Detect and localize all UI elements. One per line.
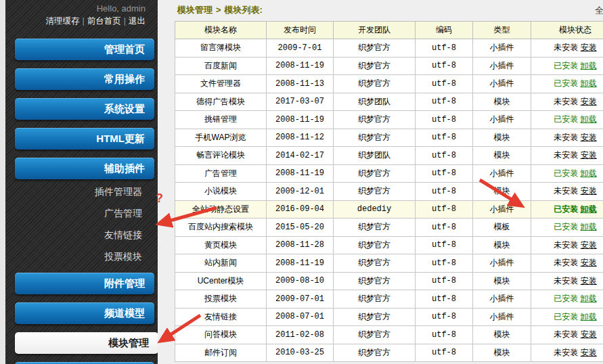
module-table-body: 留言簿模块2009-7-01织梦官方utf-8小插件未安装 安装百度新闻2008…: [175, 39, 603, 362]
release-date: 2008-11-28: [267, 236, 334, 254]
uninstall-link[interactable]: 卸载: [581, 114, 597, 124]
dev-team: 织梦官方: [334, 164, 416, 183]
uninstall-link[interactable]: 卸载: [581, 78, 597, 88]
release-date: 2009-07-01: [267, 290, 334, 309]
install-link[interactable]: 安装: [581, 133, 597, 142]
module-name: 挑错管理: [175, 111, 267, 129]
module-status: 已安装 卸载: [531, 308, 603, 326]
column-header: 编码: [416, 22, 473, 39]
dev-team: 织梦官方: [334, 290, 416, 309]
table-row: 百度站内搜索模块2015-05-20织梦官方utf-8模板已安装 卸载: [175, 219, 603, 237]
sidebar-item-system-settings[interactable]: 系统设置: [15, 98, 154, 120]
module-name: 百度站内搜索模块: [175, 219, 267, 237]
module-name: 友情链接: [175, 308, 267, 326]
release-date: 2008-11-12: [267, 129, 334, 147]
module-table-head: 模块名称发布时间开发团队编码类型模块状态: [175, 22, 603, 39]
sidebar-item-friend-links[interactable]: 友情链接: [15, 224, 154, 246]
toplink-divider: |: [124, 16, 126, 26]
sidebar-item-common-operations[interactable]: 常用操作: [15, 68, 154, 90]
release-date: 2008-11-13: [267, 75, 334, 93]
release-date: 2015-05-20: [267, 219, 334, 237]
module-name: 投票模块: [175, 290, 267, 309]
table-row: 问答模块2011-02-08织梦官方utf-8模块未安装 安装: [175, 326, 603, 344]
install-link[interactable]: 安装: [581, 43, 597, 52]
toplink-logout[interactable]: 退出: [129, 16, 146, 26]
table-row: 友情链接2008-07-01织梦官方utf-8小插件已安装 卸载: [175, 308, 603, 326]
table-row: 小说模块2009-12-01织梦官方utf-8模块未安装 安装: [175, 183, 603, 201]
breadcrumb-separator: >: [216, 5, 221, 15]
uninstall-link[interactable]: 卸载: [581, 312, 597, 321]
status-not-installed-text: 未安装: [554, 133, 578, 142]
uninstall-link[interactable]: 卸载: [581, 168, 597, 178]
sidebar-item-module-manage[interactable]: 模块管理: [15, 332, 158, 354]
install-link[interactable]: 安装: [581, 348, 597, 357]
module-status: 已安装 卸载: [531, 290, 603, 309]
encoding: utf-8: [416, 236, 473, 254]
module-type: 小插件: [473, 39, 531, 58]
sidebar-item-ad-manage[interactable]: 广告管理: [15, 202, 154, 224]
table-row: 手机WAP浏览2008-11-12织梦官方utf-8模块未安装 安装: [175, 129, 603, 147]
sidebar: Hello, admin 清理缓存|前台首页|退出 管理首页常用操作系统设置HT…: [5, 0, 158, 364]
module-status: 未安装 安装: [531, 254, 603, 273]
encoding: utf-8: [416, 57, 473, 75]
install-link[interactable]: 安装: [581, 97, 597, 106]
sidebar-item-plugin-manager[interactable]: 插件管理器: [15, 181, 154, 202]
partial-text-top-right: 全: [595, 5, 603, 17]
encoding: utf-8: [416, 344, 473, 362]
module-status: 已安装 卸载: [531, 75, 603, 93]
module-name: 黄页模块: [175, 236, 267, 254]
module-status: 未安装 安装: [531, 344, 603, 362]
table-row: 文件管理器2008-11-13织梦官方utf-8小插件已安装 卸载: [175, 75, 603, 93]
screen: Hello, admin 清理缓存|前台首页|退出 管理首页常用操作系统设置HT…: [0, 0, 603, 364]
install-link[interactable]: 安装: [581, 258, 597, 267]
module-type: 小插件: [473, 290, 531, 309]
encoding: utf-8: [416, 290, 473, 309]
sidebar-item-html-update[interactable]: HTML更新: [15, 128, 154, 150]
encoding: utf-8: [416, 183, 473, 201]
status-installed-text: 已安装: [554, 204, 578, 214]
module-type: 模块: [473, 236, 531, 254]
uninstall-link[interactable]: 卸载: [581, 222, 597, 231]
table-row: 站内新闻2008-11-19织梦官方utf-8小插件未安装 安装: [175, 254, 603, 273]
sidebar-item-admin-home[interactable]: 管理首页: [15, 39, 154, 60]
install-link[interactable]: 安装: [581, 240, 597, 250]
install-link[interactable]: 安装: [581, 150, 597, 160]
dev-team: 织梦官方: [334, 75, 416, 93]
status-not-installed-text: 未安装: [554, 43, 578, 52]
module-status: 未安装 安装: [531, 93, 603, 111]
install-link[interactable]: 安装: [581, 329, 597, 339]
module-name: 文件管理器: [175, 75, 267, 93]
sidebar-item-aux-plugins[interactable]: 辅助插件: [15, 158, 154, 179]
module-type: 小插件: [473, 254, 531, 273]
encoding: utf-8: [416, 254, 473, 273]
uninstall-link[interactable]: 卸载: [581, 204, 597, 214]
encoding: utf-8: [416, 200, 473, 219]
release-date: 2008-11-19: [267, 57, 334, 75]
release-date: 2008-11-19: [267, 164, 334, 183]
status-installed-text: 已安装: [554, 312, 578, 321]
content-area: 模块管理>模块列表: 全 模块名称发布时间开发团队编码类型模块状态 留言簿模块2…: [158, 0, 603, 364]
toplink-divider: |: [83, 16, 85, 26]
status-not-installed-text: 未安装: [554, 329, 578, 339]
encoding: utf-8: [416, 111, 473, 129]
sidebar-item-vote-module[interactable]: 投票模块: [15, 246, 154, 267]
toplink-clear-cache[interactable]: 清理缓存: [46, 16, 80, 26]
sidebar-item-attachment-manage[interactable]: 附件管理: [15, 273, 154, 294]
release-date: 2010-03-25: [267, 344, 334, 362]
dev-team: 织梦官方: [334, 272, 416, 290]
module-status: 未安装 安装: [531, 236, 603, 254]
sidebar-item-channel-model[interactable]: 频道模型: [15, 302, 154, 324]
module-type: 模块: [473, 183, 531, 201]
status-not-installed-text: 未安装: [554, 258, 578, 267]
encoding: utf-8: [416, 129, 473, 147]
uninstall-link[interactable]: 卸载: [581, 294, 597, 303]
uninstall-link[interactable]: 卸载: [581, 61, 597, 70]
release-date: 2009-12-01: [267, 183, 334, 201]
install-link[interactable]: 安装: [581, 276, 597, 286]
release-date: 2011-02-08: [267, 326, 334, 344]
module-type: 模块: [473, 326, 531, 344]
toplink-site-home[interactable]: 前台首页: [87, 16, 121, 26]
module-status: 已安装 卸载: [531, 219, 603, 237]
dev-team: 织梦团队: [334, 93, 416, 111]
install-link[interactable]: 安装: [581, 186, 597, 196]
